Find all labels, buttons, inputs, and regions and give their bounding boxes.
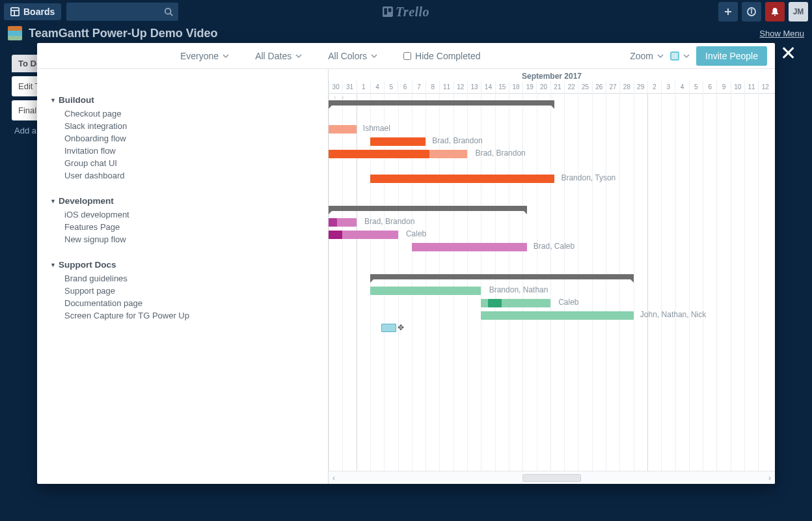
scroll-right-arrow[interactable]: › [768, 473, 771, 483]
zoom-label: Zoom [630, 51, 653, 61]
filter-colors[interactable]: All Colors [328, 51, 377, 61]
group-header[interactable]: ▼Support Docs [37, 259, 328, 272]
search-icon [164, 7, 173, 16]
bar-assignees-label: Brad, Brandon [364, 217, 414, 226]
collapse-icon: ▼ [50, 97, 56, 104]
day-cell: 11 [744, 81, 758, 94]
gantt-bars: IshmaelBrad, BrandonBrad, BrandonBrandon… [329, 94, 775, 334]
gantt-bar[interactable] [481, 311, 633, 320]
hide-completed-label: Hide Completed [415, 51, 480, 61]
day-cell: 13 [467, 81, 481, 94]
gantt-bar[interactable] [370, 175, 554, 183]
task-row[interactable]: Screen Capture for TG Power Up [37, 309, 328, 322]
gantt-bar[interactable] [488, 299, 502, 307]
group-summary-bar [329, 100, 554, 106]
day-cell: 12 [453, 81, 467, 94]
zoom-dropdown[interactable]: Zoom [630, 51, 664, 61]
day-cell: 5 [689, 81, 703, 94]
task-row[interactable]: Documentation page [37, 297, 328, 309]
bell-icon [770, 7, 779, 16]
day-cell: 6 [703, 81, 716, 94]
color-swatch-dropdown[interactable] [670, 51, 690, 61]
task-row[interactable]: User dashboard [37, 169, 328, 182]
bar-assignees-label: Caleb [406, 229, 426, 238]
gantt-bar[interactable] [329, 150, 429, 158]
search-input[interactable] [66, 3, 178, 21]
gantt-bar[interactable] [412, 243, 527, 251]
bar-assignees-label: Brandon, Tyson [561, 173, 616, 182]
hide-completed-checkbox[interactable]: Hide Completed [403, 51, 480, 61]
user-avatar[interactable]: JM [789, 2, 808, 21]
gantt-bar[interactable] [329, 231, 342, 239]
filter-dates[interactable]: All Dates [255, 51, 302, 61]
bar-assignees-label: Caleb [558, 298, 578, 307]
gantt-bar[interactable] [329, 218, 337, 227]
day-cell: 28 [619, 81, 633, 94]
gantt-bar[interactable] [429, 150, 467, 158]
day-cell: 26 [592, 81, 606, 94]
day-cell: 20 [536, 81, 550, 94]
chevron-down-icon [295, 53, 302, 59]
svg-point-3 [165, 8, 171, 14]
trello-icon [383, 7, 393, 17]
timeline-day-row: 3031145678111213141518192021222526272829… [329, 81, 775, 94]
task-row[interactable]: iOS development [37, 208, 328, 221]
chevron-down-icon [657, 53, 664, 59]
task-row[interactable]: Invitation flow [37, 145, 328, 157]
hide-completed-input[interactable] [403, 52, 411, 60]
gantt-bar[interactable] [370, 137, 426, 146]
group-header[interactable]: ▼Buildout [37, 94, 328, 107]
trello-logo[interactable]: Trello [383, 5, 429, 20]
gantt-modal: Everyone All Dates All Colors Hide Compl… [37, 43, 775, 484]
task-row[interactable]: Support page [37, 285, 328, 297]
task-row[interactable]: Onboarding flow [37, 132, 328, 145]
task-row[interactable]: Checkout page [37, 107, 328, 120]
scrollbar-thumb[interactable] [522, 474, 581, 482]
close-modal-button[interactable]: ✕ [780, 42, 796, 64]
bar-assignees-label: Ishmael [363, 124, 390, 133]
day-cell: 9 [716, 81, 730, 94]
group-header[interactable]: ▼Development [37, 195, 328, 208]
day-cell: 15 [495, 81, 509, 94]
task-row[interactable]: Group chat UI [37, 157, 328, 169]
task-row[interactable]: Features Page [37, 221, 328, 233]
svg-rect-6 [384, 8, 387, 15]
svg-line-4 [170, 14, 173, 16]
filter-everyone-label: Everyone [180, 51, 219, 61]
timeline-month: September 2017 [329, 69, 775, 81]
gantt-bar[interactable] [370, 287, 481, 295]
help-button[interactable] [742, 2, 761, 21]
trello-logo-text: Trello [396, 5, 429, 20]
task-row[interactable]: Slack integration [37, 120, 328, 132]
task-row[interactable]: New signup flow [37, 233, 328, 246]
day-cell: 1 [357, 81, 370, 94]
add-button[interactable] [718, 2, 738, 21]
invite-people-button[interactable]: Invite People [696, 46, 767, 66]
filter-everyone[interactable]: Everyone [180, 51, 229, 61]
plus-icon [724, 7, 733, 16]
gantt-chart-panel[interactable]: September 2017 3031145678111213141518192… [329, 69, 775, 484]
show-menu-link[interactable]: Show Menu [759, 29, 804, 38]
gantt-bar[interactable] [381, 324, 396, 332]
group-summary-bar [370, 274, 634, 279]
gantt-toolbar: Everyone All Dates All Colors Hide Compl… [37, 43, 775, 69]
svg-point-13 [774, 15, 776, 16]
timeline-header: September 2017 3031145678111213141518192… [329, 69, 775, 94]
gantt-bar[interactable] [329, 125, 357, 134]
task-list-panel: ▼BuildoutCheckout pageSlack integrationO… [37, 69, 329, 484]
day-cell: 4 [370, 81, 384, 94]
color-swatch-icon [670, 51, 679, 61]
bar-assignees-label: Brad, Caleb [534, 242, 575, 251]
notifications-button[interactable] [765, 2, 785, 21]
day-cell: 19 [522, 81, 536, 94]
horizontal-scrollbar[interactable]: ‹ › [329, 471, 775, 484]
day-cell: 5 [384, 81, 398, 94]
day-cell: 25 [578, 81, 591, 94]
collapse-icon: ▼ [50, 198, 56, 204]
boards-button[interactable]: Boards [4, 3, 61, 20]
task-row[interactable]: Brand guidelines [37, 272, 328, 285]
scroll-left-arrow[interactable]: ‹ [332, 473, 335, 483]
bar-assignees-label: Brad, Brandon [475, 148, 525, 158]
trello-topbar: Boards Trello JM [0, 0, 812, 23]
day-cell: 12 [758, 81, 772, 94]
